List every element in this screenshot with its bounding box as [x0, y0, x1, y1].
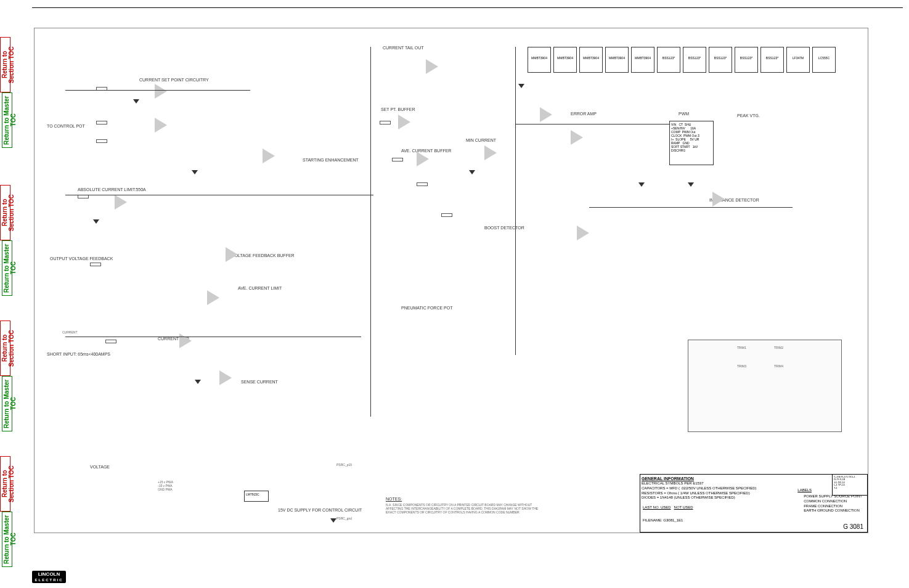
ic-box: BSS123*	[657, 47, 680, 73]
resistor-icon	[380, 121, 391, 125]
gnd-icon	[638, 182, 645, 187]
schematic-drawing: MMBT3904 MMBT3904 MMBT3904 MMBT3904 MMBT…	[34, 28, 868, 533]
ic-box: MMBT3904	[528, 47, 551, 73]
drawing-number: G 3081	[843, 523, 863, 531]
ic-box: BSS123*	[709, 47, 732, 73]
ic-label: MMBT3904	[635, 56, 651, 60]
label-current: CURRENT	[62, 330, 77, 334]
nav-master-link[interactable]: Return to Master TOC	[2, 92, 12, 148]
brand-logo: LINCOLN ELECTRIC	[32, 571, 66, 583]
trace	[65, 195, 373, 195]
trace	[370, 47, 371, 417]
gnd-icon	[469, 170, 475, 174]
resistor-icon	[392, 158, 403, 161]
opamp-icon	[571, 130, 583, 145]
opamp-icon	[207, 290, 219, 305]
logo-sub: ELECTRIC	[32, 578, 66, 582]
label-pwm: PWM	[679, 112, 689, 116]
resistor-icon	[96, 139, 107, 143]
label-absolute-current: ABSOLUTE CURRENT LIMIT:550A	[78, 187, 121, 192]
ic-label: BSS123*	[714, 56, 727, 60]
gnd-icon	[93, 219, 99, 224]
label-psrc-gnd: PSRC_gnd	[336, 517, 352, 520]
gnd-icon	[330, 518, 336, 523]
ic-box: BSS123*	[760, 47, 784, 73]
ic-box: MMBT3904	[605, 47, 629, 73]
nav-section-link[interactable]: Return to Section TOC	[0, 37, 10, 92]
nav-master-link[interactable]: Return to Master TOC	[2, 376, 12, 431]
ic-label: MMBT3904	[557, 56, 573, 60]
ic-label: MMBT3904	[583, 56, 599, 60]
label-trim2: TRIM2	[774, 346, 783, 349]
opamp-icon	[540, 107, 552, 122]
opamp-icon	[577, 226, 589, 240]
label-voltage: VOLTAGE	[90, 465, 110, 469]
label-output-vfb: OUTPUT VOLTAGE FEEDBACK	[50, 256, 84, 261]
label-trim3: TRIM3	[737, 364, 746, 368]
label-setpt-buffer: SET PT. BUFFER	[381, 107, 415, 112]
label-vfb-buffer: VOLTAGE FEEDBACK BUFFER	[232, 253, 295, 258]
nav-master-link[interactable]: Return to Master TOC	[2, 240, 12, 296]
label-min-current: MIN CURRENT	[466, 138, 496, 142]
resistor-icon	[105, 340, 116, 343]
sidebar-nav: Return to Section TOC Return to Master T…	[0, 0, 25, 588]
notes-title: NOTES:	[386, 497, 402, 501]
opamp-icon	[219, 370, 232, 385]
trace	[515, 47, 516, 355]
label-psrc-p15: PSRC_p15	[336, 463, 352, 467]
resistor-icon	[417, 182, 428, 186]
labels-heading: LABELS	[797, 488, 812, 493]
gnd-icon	[192, 170, 198, 174]
opamp-icon	[155, 118, 167, 133]
ic-label: BSS123*	[688, 56, 701, 60]
ic-label: BSS123*	[662, 56, 675, 60]
notes-body: N.A. SINCE COMPONENTS OR CIRCUITRY ON A …	[386, 503, 546, 514]
nav-section-link[interactable]: Return to Section TOC	[0, 185, 10, 240]
info-last-used: LAST NO. USED	[643, 505, 671, 509]
label-tail-out: CURRENT TAIL OUT	[383, 46, 424, 50]
opamp-icon	[179, 333, 192, 348]
label-15v-supply: 15V DC SUPPLY FOR CONTROL CIRCUIT	[278, 508, 321, 512]
nav-section-link[interactable]: Return to Section TOC	[0, 456, 10, 512]
ic-label: MMBT3904	[609, 56, 625, 60]
ic-box: LC555C	[812, 47, 836, 73]
ic-label: LF347M	[793, 56, 804, 60]
trace	[515, 124, 669, 125]
label-sense-current: SENSE CURRENT	[241, 380, 278, 384]
opamp-icon	[417, 152, 429, 166]
opamp-icon	[263, 149, 275, 163]
label-control-pot: TO CONTROL POT	[47, 124, 85, 128]
gnd-icon	[133, 99, 139, 104]
trace	[65, 90, 250, 91]
label-pneum-pot: PNEUMATIC FORCE POT	[401, 306, 452, 310]
opamp-icon	[426, 59, 438, 74]
trace	[589, 207, 793, 208]
ic-label: BSS123*	[766, 56, 778, 60]
ic-label: LC555C	[818, 56, 830, 60]
ic-row-top: MMBT3904 MMBT3904 MMBT3904 MMBT3904 MMBT…	[528, 47, 836, 73]
nav-section-link[interactable]: Return to Section TOC	[0, 321, 10, 376]
opamp-icon	[712, 192, 725, 206]
ic-box: BSS123*	[735, 47, 758, 73]
label-common: COMMON CONNECTION	[804, 499, 862, 504]
trace	[65, 337, 361, 337]
ic-box: MMBT3904	[553, 47, 577, 73]
resistor-icon	[96, 121, 107, 125]
label-earth: EARTH GROUND CONNECTION	[804, 508, 862, 513]
label-error-amp: ERROR AMP	[571, 112, 597, 116]
label-peak-vtg: PEAK VTG.	[737, 113, 760, 118]
opamp-icon	[484, 145, 497, 160]
opamp-icon	[155, 84, 167, 99]
logo-name: LINCOLN	[32, 571, 66, 578]
trim-block	[688, 340, 842, 432]
nav-master-link[interactable]: Return to Master TOC	[2, 512, 12, 567]
ic-box: LF347M	[786, 47, 810, 73]
resistor-icon	[90, 263, 101, 266]
label-ave-limit: AVE. CURRENT LIMIT	[238, 286, 282, 290]
info-not-used: NOT USED	[674, 505, 693, 509]
ref-box: C-196 R-171 OCI-1D-79 X-18J-5 DZ-14L-1 T…	[832, 474, 868, 496]
ic-box: BSS123*	[683, 47, 706, 73]
label-boost-det: BOOST DETECTOR	[484, 226, 524, 230]
label-ics-ps: +15 v PWA -15 v PWA GND PWA	[158, 480, 173, 491]
label-trim1: TRIM1	[737, 346, 746, 349]
